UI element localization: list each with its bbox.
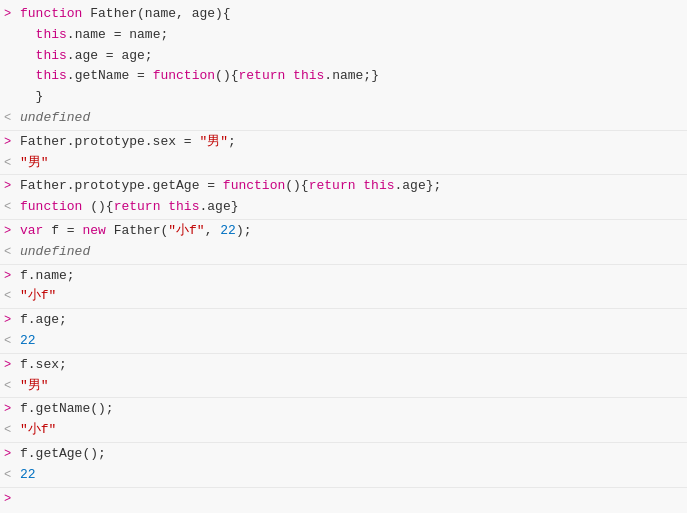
token: ; — [228, 134, 236, 149]
console-line: <undefined — [0, 108, 687, 129]
token: this — [293, 68, 324, 83]
console-line: <undefined — [0, 242, 687, 263]
output-prompt: < — [4, 242, 20, 262]
token — [20, 27, 36, 42]
console-line: this.name = name; — [0, 25, 687, 46]
token: function — [20, 199, 82, 214]
input-prompt — [4, 46, 20, 47]
code-segment: f.getAge(); — [20, 444, 683, 465]
token — [20, 48, 36, 63]
line-separator — [0, 397, 687, 398]
line-separator — [0, 308, 687, 309]
code-segment: function Father(name, age){ — [20, 4, 683, 25]
token: function — [153, 68, 215, 83]
output-prompt: < — [4, 420, 20, 440]
code-segment: 22 — [20, 331, 683, 352]
input-prompt: > — [4, 266, 20, 286]
line-separator — [0, 442, 687, 443]
token: 22 — [20, 333, 36, 348]
console-line: >var f = new Father("小f", 22); — [0, 221, 687, 242]
input-prompt: > — [4, 132, 20, 152]
console-line: >f.age; — [0, 310, 687, 331]
input-prompt: > — [4, 310, 20, 330]
token — [20, 68, 36, 83]
console-line: >f.getAge(); — [0, 444, 687, 465]
code-segment: function (){return this.age} — [20, 197, 683, 218]
token: Father(name, age){ — [82, 6, 230, 21]
token: f.getName(); — [20, 401, 114, 416]
token — [285, 68, 293, 83]
console-line: <"男" — [0, 153, 687, 174]
console-line: >Father.prototype.sex = "男"; — [0, 132, 687, 153]
token: "小f" — [168, 223, 204, 238]
input-prompt — [4, 25, 20, 26]
token: .age = age; — [67, 48, 153, 63]
console-line: this.getName = function(){return this.na… — [0, 66, 687, 87]
code-segment: this.name = name; — [20, 25, 683, 46]
token: .age}; — [395, 178, 442, 193]
token: f.getAge(); — [20, 446, 106, 461]
console-line: >f.name; — [0, 266, 687, 287]
console-line: <"小f" — [0, 286, 687, 307]
input-prompt — [4, 87, 20, 88]
output-prompt: < — [4, 108, 20, 128]
console-line: > — [0, 489, 687, 509]
output-prompt: < — [4, 197, 20, 217]
token: f.name; — [20, 268, 75, 283]
token: (){ — [285, 178, 308, 193]
token: .age} — [199, 199, 238, 214]
input-prompt: > — [4, 221, 20, 241]
token: return — [114, 199, 161, 214]
token: (){ — [82, 199, 113, 214]
token: .getName = — [67, 68, 153, 83]
output-prompt: < — [4, 465, 20, 485]
code-segment: this.age = age; — [20, 46, 683, 67]
output-prompt: < — [4, 153, 20, 173]
input-prompt: > — [4, 355, 20, 375]
token: this — [363, 178, 394, 193]
console-line: } — [0, 87, 687, 108]
code-segment: f.name; — [20, 266, 683, 287]
token: Father( — [106, 223, 168, 238]
token: undefined — [20, 244, 90, 259]
token: this — [36, 68, 67, 83]
token: "男" — [199, 134, 228, 149]
token: f.age; — [20, 312, 67, 327]
token: "小f" — [20, 288, 56, 303]
console-line: >function Father(name, age){ — [0, 4, 687, 25]
code-segment: undefined — [20, 108, 683, 129]
token: } — [20, 89, 43, 104]
console-line: this.age = age; — [0, 46, 687, 67]
input-prompt: > — [4, 4, 20, 24]
code-segment: 22 — [20, 465, 683, 486]
line-separator — [0, 130, 687, 131]
console-line: <"男" — [0, 376, 687, 397]
code-segment: Father.prototype.sex = "男"; — [20, 132, 683, 153]
token: f.sex; — [20, 357, 67, 372]
console-line: <22 — [0, 465, 687, 486]
input-prompt: > — [4, 176, 20, 196]
console-panel: >function Father(name, age){ this.name =… — [0, 0, 687, 513]
token: return — [238, 68, 285, 83]
input-prompt — [4, 66, 20, 67]
console-line: >f.sex; — [0, 355, 687, 376]
code-segment: "男" — [20, 153, 683, 174]
token: Father.prototype.sex = — [20, 134, 199, 149]
token: undefined — [20, 110, 90, 125]
console-line: >f.getName(); — [0, 399, 687, 420]
token: "男" — [20, 155, 49, 170]
token: f = — [43, 223, 82, 238]
token: Father.prototype.getAge = — [20, 178, 223, 193]
token: 22 — [220, 223, 236, 238]
token: .name;} — [324, 68, 379, 83]
token: function — [20, 6, 82, 21]
line-separator — [0, 264, 687, 265]
input-prompt: > — [4, 489, 20, 509]
output-prompt: < — [4, 376, 20, 396]
token: var — [20, 223, 43, 238]
line-separator — [0, 219, 687, 220]
code-segment: "男" — [20, 376, 683, 397]
token: this — [168, 199, 199, 214]
token: return — [309, 178, 356, 193]
token: this — [36, 48, 67, 63]
